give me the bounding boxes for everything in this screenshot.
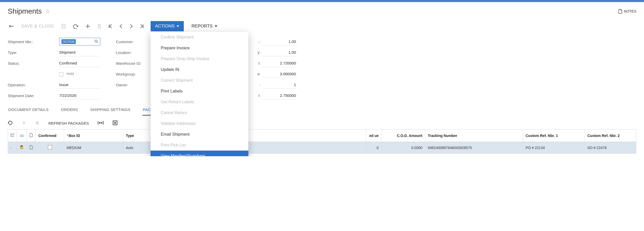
hold-checkbox-row[interactable]: Hold <box>59 72 74 76</box>
notes-button[interactable]: NOTES <box>618 9 636 14</box>
cell-ref1[interactable]: PO # 22134 <box>523 142 585 154</box>
cell-cod-amount[interactable]: 0.0000 <box>381 142 425 154</box>
cell-ref2[interactable]: SO # 22478 <box>585 142 636 154</box>
layout-icon <box>11 133 14 137</box>
package-icon <box>20 145 24 149</box>
favorite-star-icon[interactable]: ☆ <box>45 8 50 14</box>
undo-icon[interactable] <box>73 24 79 29</box>
summary-label-fragment: t: <box>252 94 263 98</box>
cell-partial-value[interactable]: 0 <box>366 142 381 154</box>
export-icon[interactable] <box>112 120 118 126</box>
actions-menu-item: Validate Addresses <box>151 118 248 129</box>
summary-label-fragment: ..: <box>252 40 263 44</box>
row-attachment[interactable] <box>17 142 27 154</box>
save-close-button: SAVE & CLOSE <box>21 24 54 29</box>
svg-rect-3 <box>20 146 23 149</box>
summary-value: 1.00 <box>263 49 296 56</box>
shipment-nbr-value: 002508 <box>62 39 76 44</box>
tab[interactable]: SHIPPING SETTINGS <box>90 106 131 116</box>
grid-delete-icon <box>35 121 40 126</box>
cell-type[interactable]: Auto <box>123 142 154 154</box>
status-value: Confirmed <box>59 59 100 67</box>
actions-menu-item[interactable]: View Manifest/Scanform <box>151 151 248 156</box>
add-icon[interactable] <box>85 24 90 29</box>
table-row[interactable]: › MEDIUM Auto 0 0.0000 94624008978460439… <box>8 142 636 154</box>
hold-label: Hold <box>66 72 74 76</box>
refresh-icon[interactable] <box>8 120 13 126</box>
file-icon <box>29 145 33 149</box>
col-type[interactable]: Type <box>123 130 154 142</box>
cell-tracking[interactable]: 9462400897846043928575 <box>425 142 523 154</box>
actions-menu-item[interactable]: Update IN <box>151 64 248 75</box>
reports-label: REPORTS <box>192 24 213 29</box>
grid-add-icon <box>22 121 26 126</box>
actions-dropdown: Confirm ShipmentPrepare InvoicePrepare D… <box>151 32 248 156</box>
operation-label: Operation: <box>8 83 59 87</box>
search-icon[interactable] <box>94 40 98 44</box>
packages-grid: 📎 Confirmed *Box ID Type Description ed … <box>8 129 636 154</box>
row-expand[interactable]: › <box>8 142 17 154</box>
shipment-date-label: Shipment Date: <box>8 94 59 98</box>
actions-menu-item: Get Return Labels <box>151 97 248 107</box>
cell-box-id[interactable]: MEDIUM <box>64 142 123 154</box>
delete-icon <box>97 24 102 29</box>
col-ref1[interactable]: Custom Ref. Nbr. 1 <box>523 130 585 142</box>
form-col-3: ..:1.00y:1.00t:2.720000e:3.000000:1t:2.7… <box>252 38 296 100</box>
save-icon <box>61 24 66 29</box>
last-record-icon[interactable] <box>140 24 144 29</box>
top-accent-bar <box>0 0 644 2</box>
type-value: Shipment <box>59 49 100 56</box>
operation-value: Issue <box>59 81 100 89</box>
col-ref2[interactable]: Custom Ref. Nbr. 2 <box>585 130 636 142</box>
col-confirmed[interactable]: Confirmed <box>36 130 64 142</box>
actions-label: ACTIONS <box>155 24 175 29</box>
actions-menu-item[interactable]: Prepare Invoice <box>151 43 248 53</box>
fit-columns-icon[interactable] <box>98 121 104 126</box>
file-icon <box>618 9 622 14</box>
prev-record-icon[interactable] <box>119 24 123 29</box>
refresh-packages-button[interactable]: REFRESH PACKAGES <box>48 121 89 125</box>
form-area: Shipment Nbr.: 002508 Type: Shipment Sta… <box>8 38 636 100</box>
actions-menu-item: Cancel Return <box>151 107 248 118</box>
status-label: Status: <box>8 61 59 66</box>
paperclip-icon: 📎 <box>19 133 25 138</box>
main-toolbar: SAVE & CLOSE ACTIONS <box>8 21 636 31</box>
col-tracking[interactable]: Tracking Number <box>425 130 523 142</box>
file-icon <box>29 133 33 137</box>
tab[interactable]: DOCUMENT DETAILS <box>8 106 49 116</box>
col-attachment: 📎 <box>17 130 27 142</box>
actions-menu-item[interactable]: Print Labels <box>151 86 248 97</box>
first-record-icon[interactable] <box>108 24 112 29</box>
col-box-id[interactable]: *Box ID <box>64 130 123 142</box>
svg-point-0 <box>95 40 97 42</box>
page-title: Shipments <box>8 7 42 15</box>
summary-label-fragment: e: <box>252 72 263 76</box>
actions-button[interactable]: ACTIONS <box>151 21 184 31</box>
actions-menu-container: ACTIONS Confirm ShipmentPrepare InvoiceP… <box>151 21 184 31</box>
svg-rect-2 <box>11 134 14 137</box>
tab[interactable]: ORDERS <box>60 106 79 116</box>
confirmed-checkbox[interactable] <box>48 145 52 149</box>
reports-button[interactable]: REPORTS <box>190 21 218 31</box>
summary-value: 3.000000 <box>263 70 296 78</box>
col-cod-amount[interactable]: C.O.D. Amount <box>381 130 425 142</box>
summary-value: 1 <box>263 81 296 89</box>
back-icon[interactable] <box>8 24 14 29</box>
actions-menu-item[interactable]: Email Shipment <box>151 129 248 140</box>
grid-toolbar: REFRESH PACKAGES <box>8 118 636 129</box>
shipment-nbr-lookup[interactable]: 002508 <box>59 38 100 45</box>
col-row-indicator <box>8 130 17 142</box>
col-partial-value[interactable]: ed ue <box>366 130 381 142</box>
summary-label-fragment: : <box>252 83 263 87</box>
hold-checkbox[interactable] <box>59 72 63 76</box>
next-record-icon[interactable] <box>129 24 133 29</box>
actions-menu-item: Prepare Drop-Ship Invoice <box>151 53 248 64</box>
row-notes[interactable] <box>27 142 36 154</box>
summary-value: 2.720000 <box>263 59 296 67</box>
cell-confirmed[interactable] <box>36 142 64 154</box>
title-row: Shipments ☆ NOTES <box>8 7 636 15</box>
shipment-date-value[interactable]: 7/22/2020 <box>59 92 100 99</box>
caret-down-icon <box>177 25 179 27</box>
summary-label-fragment: t: <box>252 61 263 65</box>
actions-menu-item: Print Pick List <box>151 140 248 151</box>
